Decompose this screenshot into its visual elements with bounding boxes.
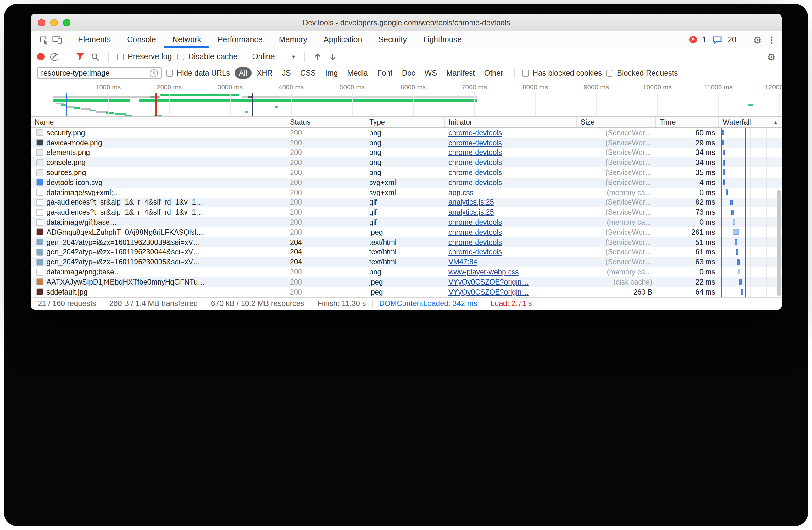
- overflow-menu-icon[interactable]: ⋮: [767, 34, 776, 45]
- table-row[interactable]: gen_204?atyp=i&zx=1601196230044&sei=xV…2…: [31, 247, 782, 257]
- request-name[interactable]: ga-audiences?t=sr&aip=1&_r=4&slf_rd=1&v=…: [46, 209, 203, 216]
- initiator-link[interactable]: chrome-devtools: [448, 238, 573, 246]
- column-header-waterfall[interactable]: Waterfall▲: [719, 117, 782, 127]
- zoom-window-button[interactable]: [63, 19, 70, 26]
- filter-pill-other[interactable]: Other: [480, 67, 508, 79]
- column-header-time[interactable]: Time: [656, 117, 719, 127]
- request-name[interactable]: device-mode.png: [46, 139, 102, 147]
- has-blocked-cookies-checkbox[interactable]: Has blocked cookies: [522, 69, 602, 78]
- table-row[interactable]: console.png200pngchrome-devtools(Service…: [31, 158, 782, 168]
- network-overview-timeline[interactable]: 1000 ms2000 ms3000 ms4000 ms5000 ms6000 …: [31, 81, 782, 117]
- disable-cache-checkbox[interactable]: Disable cache: [177, 52, 237, 61]
- request-name[interactable]: data:image/png;base…: [46, 268, 121, 276]
- export-har-icon[interactable]: [328, 50, 338, 64]
- search-icon[interactable]: [90, 50, 100, 64]
- tab-lighthouse[interactable]: Lighthouse: [415, 31, 470, 48]
- filter-funnel-icon[interactable]: [75, 50, 85, 64]
- initiator-link[interactable]: chrome-devtools: [448, 139, 573, 147]
- table-row[interactable]: data:image/gif;base…200gifchrome-devtool…: [31, 217, 782, 227]
- request-name[interactable]: ADGmqu8qexLZuhphT_0Aj88Ng8riLFKASQlslt…: [46, 228, 205, 236]
- initiator-link[interactable]: analytics.js:25: [448, 199, 573, 206]
- tab-security[interactable]: Security: [370, 31, 415, 48]
- initiator-link[interactable]: chrome-devtools: [448, 129, 573, 137]
- table-row[interactable]: ga-audiences?t=sr&aip=1&_r=4&slf_rd=1&v=…: [31, 197, 782, 207]
- table-row[interactable]: ga-audiences?t=sr&aip=1&_r=4&slf_rd=1&v=…: [31, 207, 782, 218]
- table-row[interactable]: gen_204?atyp=i&zx=1601196230095&sei=xV…2…: [31, 257, 782, 267]
- preserve-log-checkbox[interactable]: Preserve log: [117, 52, 172, 61]
- tab-memory[interactable]: Memory: [271, 31, 316, 48]
- filter-pill-js[interactable]: JS: [278, 67, 295, 79]
- initiator-link[interactable]: VM47:84: [448, 259, 573, 266]
- table-row[interactable]: ADGmqu8qexLZuhphT_0Aj88Ng8riLFKASQlslt…2…: [31, 227, 782, 237]
- table-row[interactable]: sddefault.jpg200jpegVYyQv0CSZOE?origin…2…: [31, 287, 782, 297]
- tab-application[interactable]: Application: [316, 31, 370, 48]
- clear-network-log-icon[interactable]: [50, 53, 58, 61]
- table-row[interactable]: AATXAJywSIpD1jf4EbqHXTfbe0mnyHqGFNTu…200…: [31, 277, 782, 287]
- column-header-type[interactable]: Type: [365, 117, 445, 127]
- window-titlebar[interactable]: DevTools - developers.google.com/web/too…: [31, 14, 782, 31]
- request-name[interactable]: data:image/svg+xml;…: [46, 189, 120, 196]
- request-name[interactable]: devtools-icon.svg: [46, 179, 102, 186]
- network-settings-gear-icon[interactable]: ⚙: [767, 52, 775, 61]
- minimize-window-button[interactable]: [50, 19, 58, 26]
- tab-console[interactable]: Console: [119, 31, 164, 48]
- request-name[interactable]: sddefault.jpg: [46, 288, 87, 295]
- table-row[interactable]: gen_204?atyp=i&zx=1601196230039&sei=xV…2…: [31, 237, 782, 247]
- table-row[interactable]: device-mode.png200pngchrome-devtools(Ser…: [31, 138, 782, 148]
- request-name[interactable]: gen_204?atyp=i&zx=1601196230095&sei=xV…: [46, 259, 200, 266]
- initiator-link[interactable]: www-player-webp.css: [448, 268, 573, 276]
- column-header-status[interactable]: Status: [286, 117, 365, 127]
- initiator-link[interactable]: chrome-devtools: [448, 219, 573, 226]
- close-window-button[interactable]: [38, 19, 45, 26]
- initiator-link[interactable]: chrome-devtools: [448, 228, 573, 236]
- initiator-link[interactable]: chrome-devtools: [448, 149, 573, 156]
- tab-performance[interactable]: Performance: [209, 31, 271, 48]
- initiator-link[interactable]: chrome-devtools: [448, 159, 573, 167]
- settings-gear-icon[interactable]: ⚙: [753, 35, 762, 44]
- table-row[interactable]: sources.png200pngchrome-devtools(Service…: [31, 167, 782, 178]
- filter-pill-css[interactable]: CSS: [296, 67, 320, 79]
- request-name[interactable]: data:image/gif;base…: [46, 219, 117, 226]
- throttling-dropdown[interactable]: Online ▼: [252, 52, 296, 61]
- request-name[interactable]: console.png: [46, 159, 86, 167]
- message-count[interactable]: 20: [728, 35, 736, 44]
- table-row[interactable]: devtools-icon.svg200svg+xmlchrome-devtoo…: [31, 178, 782, 187]
- initiator-link[interactable]: chrome-devtools: [448, 169, 573, 176]
- request-name[interactable]: elements.png: [46, 149, 90, 156]
- request-name[interactable]: AATXAJywSIpD1jf4EbqHXTfbe0mnyHqGFNTu…: [46, 278, 205, 286]
- table-row[interactable]: data:image/svg+xml;…200svg+xmlapp.css(me…: [31, 187, 782, 198]
- column-header-initiator[interactable]: Initiator: [445, 117, 577, 127]
- filter-pill-doc[interactable]: Doc: [397, 67, 420, 79]
- request-name[interactable]: sources.png: [46, 169, 86, 176]
- table-row[interactable]: security.png200pngchrome-devtools(Servic…: [31, 128, 782, 138]
- column-header-name[interactable]: Name: [31, 117, 286, 127]
- table-row[interactable]: data:image/png;base…200pngwww-player-web…: [31, 267, 782, 277]
- hide-data-urls-checkbox[interactable]: Hide data URLs: [166, 69, 230, 78]
- record-network-log-icon[interactable]: [37, 53, 45, 60]
- import-har-icon[interactable]: [313, 50, 323, 64]
- tab-network[interactable]: Network: [164, 31, 209, 48]
- column-header-size[interactable]: Size: [577, 117, 656, 127]
- request-name[interactable]: gen_204?atyp=i&zx=1601196230044&sei=xV…: [46, 248, 200, 256]
- error-count[interactable]: 1: [702, 35, 706, 44]
- request-name[interactable]: security.png: [46, 129, 85, 137]
- filter-input[interactable]: [41, 69, 147, 78]
- filter-pill-img[interactable]: Img: [321, 67, 342, 79]
- inspect-element-icon[interactable]: [37, 33, 50, 46]
- vertical-scrollbar[interactable]: [777, 190, 781, 296]
- filter-pill-xhr[interactable]: XHR: [252, 67, 277, 79]
- initiator-link[interactable]: chrome-devtools: [448, 179, 573, 186]
- blocked-requests-checkbox[interactable]: Blocked Requests: [606, 69, 678, 78]
- table-row[interactable]: elements.png200pngchrome-devtools(Servic…: [31, 148, 782, 158]
- tab-elements[interactable]: Elements: [70, 31, 119, 48]
- console-messages-icon[interactable]: [712, 33, 722, 46]
- filter-pill-manifest[interactable]: Manifest: [442, 67, 479, 79]
- filter-pill-font[interactable]: Font: [373, 67, 397, 79]
- initiator-link[interactable]: VYyQv0CSZOE?origin…: [448, 288, 573, 295]
- filter-pill-all[interactable]: All: [234, 67, 251, 79]
- initiator-link[interactable]: app.css: [448, 189, 573, 196]
- device-toolbar-icon[interactable]: [50, 33, 64, 46]
- request-name[interactable]: ga-audiences?t=sr&aip=1&_r=4&slf_rd=1&v=…: [46, 199, 203, 206]
- initiator-link[interactable]: analytics.js:25: [448, 209, 573, 216]
- initiator-link[interactable]: VYyQv0CSZOE?origin…: [448, 278, 573, 286]
